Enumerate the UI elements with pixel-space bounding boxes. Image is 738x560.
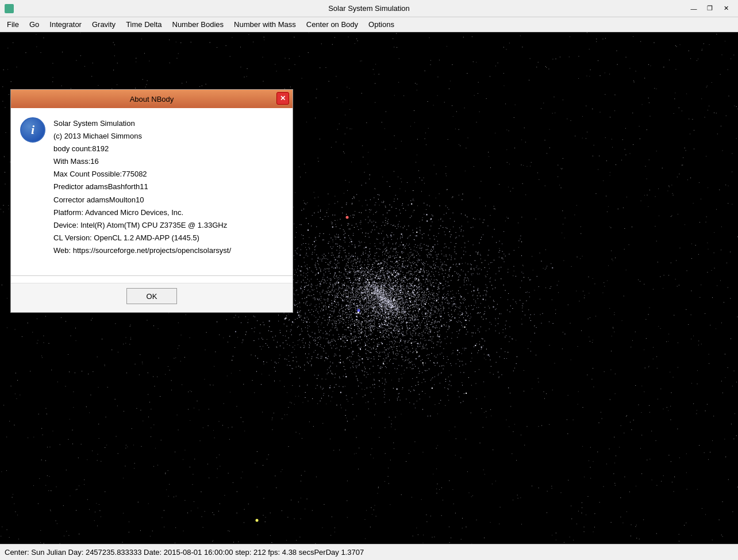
ok-button[interactable]: OK bbox=[126, 288, 177, 304]
dialog-line-6: Corrector adamsMoulton10 bbox=[53, 194, 231, 206]
menu-number-with-mass[interactable]: Number with Mass bbox=[229, 18, 301, 30]
maximize-button[interactable]: ❐ bbox=[702, 3, 717, 14]
dialog-line-8: Device: Intel(R) Atom(TM) CPU Z3735E @ 1… bbox=[53, 219, 231, 232]
dialog-footer: OK bbox=[11, 283, 293, 312]
menu-gravity[interactable]: Gravity bbox=[87, 18, 120, 30]
dialog-line-2: body count:8192 bbox=[53, 143, 231, 155]
dialog-line-10: Web: https://sourceforge.net/projects/op… bbox=[53, 244, 231, 257]
menu-file[interactable]: File bbox=[2, 18, 24, 30]
info-icon: i bbox=[20, 117, 45, 143]
title-bar: Solar System Simulation — ❐ ✕ bbox=[0, 0, 738, 17]
dialog-line-3: With Mass:16 bbox=[53, 155, 231, 168]
menu-number-bodies[interactable]: Number Bodies bbox=[168, 18, 229, 30]
dialog-line-0: Solar System Simulation bbox=[53, 117, 231, 130]
menu-go[interactable]: Go bbox=[25, 18, 44, 30]
menu-integrator[interactable]: Integrator bbox=[45, 18, 86, 30]
status-bar: Center: Sun Julian Day: 2457235.833333 D… bbox=[0, 544, 738, 560]
dialog-close-button[interactable]: ✕ bbox=[276, 92, 289, 105]
dialog-title: About NBody bbox=[17, 95, 287, 103]
dialog-line-9: CL Version: OpenCL 1.2 AMD-APP (1445.5) bbox=[53, 232, 231, 244]
window-controls: — ❐ ✕ bbox=[686, 3, 733, 14]
dialog-line-7: Platform: Advanced Micro Devices, Inc. bbox=[53, 206, 231, 219]
menu-bar: File Go Integrator Gravity Time Delta Nu… bbox=[0, 17, 738, 32]
menu-center-on-body[interactable]: Center on Body bbox=[302, 18, 363, 30]
dialog-body: i Solar System Simulation (c) 2013 Micha… bbox=[11, 108, 293, 269]
close-button[interactable]: ✕ bbox=[718, 3, 733, 14]
dialog-line-4: Max Count Possible:775082 bbox=[53, 168, 231, 181]
dialog-line-1: (c) 2013 Michael Simmons bbox=[53, 130, 231, 143]
dialog-info-row: i Solar System Simulation (c) 2013 Micha… bbox=[20, 117, 283, 257]
dialog-line-5: Predictor adamsBashforth11 bbox=[53, 181, 231, 193]
menu-options[interactable]: Options bbox=[364, 18, 399, 30]
dialog-text-content: Solar System Simulation (c) 2013 Michael… bbox=[53, 117, 231, 257]
menu-time-delta[interactable]: Time Delta bbox=[121, 18, 166, 30]
status-text: Center: Sun Julian Day: 2457235.833333 D… bbox=[5, 548, 364, 557]
app-icon bbox=[5, 4, 14, 13]
window-title: Solar System Simulation bbox=[0, 4, 738, 13]
about-dialog: About NBody ✕ i Solar System Simulation … bbox=[10, 89, 293, 313]
dialog-titlebar: About NBody ✕ bbox=[11, 90, 293, 108]
minimize-button[interactable]: — bbox=[686, 3, 701, 14]
dialog-separator bbox=[11, 275, 293, 276]
